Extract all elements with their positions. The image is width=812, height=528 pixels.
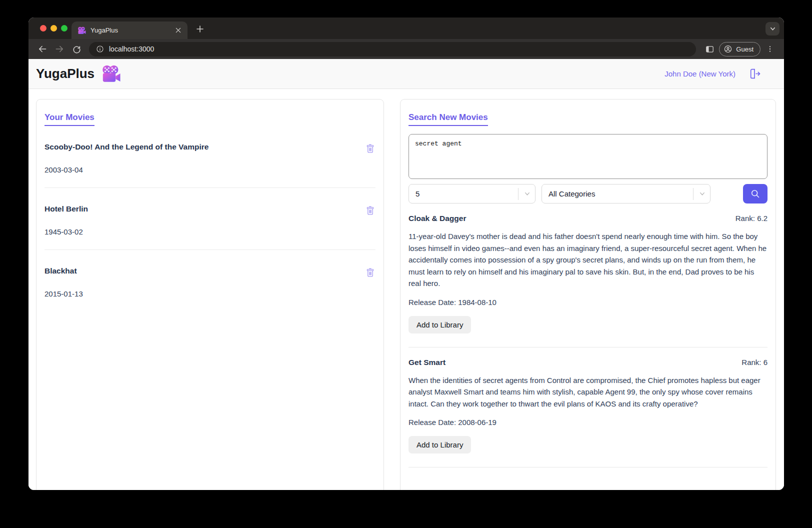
search-icon bbox=[750, 188, 760, 199]
your-movies-card: Your Movies Scooby-Doo! And the Legend o… bbox=[36, 99, 384, 490]
address-bar-url: localhost:3000 bbox=[109, 45, 154, 53]
browser-menu-button[interactable] bbox=[762, 42, 778, 56]
tab-list-chevron-button[interactable] bbox=[766, 22, 780, 36]
result-limit-value: 5 bbox=[416, 190, 420, 198]
desktop-background: YugaPlus bbox=[0, 0, 812, 528]
movie-release-date: 1945-03-02 bbox=[44, 228, 88, 236]
movie-list: Scooby-Doo! And the Legend of the Vampir… bbox=[44, 126, 376, 312]
rank-value: 6.2 bbox=[757, 214, 768, 222]
forward-icon bbox=[54, 44, 64, 54]
delete-movie-button[interactable] bbox=[365, 143, 376, 154]
address-bar[interactable]: localhost:3000 bbox=[89, 42, 696, 56]
release-date-label: Release Date: bbox=[408, 298, 456, 306]
your-movies-heading: Your Movies bbox=[44, 112, 94, 126]
movie-row: Blackhat 2015-01-13 bbox=[44, 250, 376, 312]
add-to-library-button[interactable]: Add to Library bbox=[408, 436, 471, 454]
rank-label: Rank: bbox=[742, 358, 761, 366]
browser-window: YugaPlus bbox=[28, 18, 784, 490]
forward-button[interactable] bbox=[52, 42, 67, 56]
category-select[interactable]: All Categories bbox=[542, 184, 710, 204]
window-controls bbox=[40, 25, 68, 32]
side-panel-button[interactable] bbox=[702, 42, 717, 56]
delete-movie-button[interactable] bbox=[365, 205, 376, 216]
side-panel-icon bbox=[705, 44, 714, 54]
movie-info: Blackhat 2015-01-13 bbox=[44, 266, 83, 298]
logout-button[interactable] bbox=[748, 68, 761, 80]
search-result: Get Smart Rank: 6 When the identities of… bbox=[408, 348, 768, 468]
movie-row: Scooby-Doo! And the Legend of the Vampir… bbox=[44, 126, 376, 188]
movie-release-date: 2015-01-13 bbox=[44, 290, 83, 298]
logout-icon bbox=[748, 68, 761, 80]
person-icon bbox=[724, 44, 732, 54]
result-header: Get Smart Rank: 6 bbox=[408, 358, 768, 367]
site-header: YugaPlus bbox=[28, 59, 784, 89]
browser-toolbar: localhost:3000 Guest bbox=[28, 39, 784, 59]
info-icon bbox=[96, 45, 104, 53]
movie-release-date: 2003-03-04 bbox=[44, 166, 208, 174]
brand: YugaPlus bbox=[36, 64, 121, 83]
result-description: 11-year-old Davey's mother is dead and h… bbox=[408, 230, 768, 290]
trash-icon bbox=[365, 143, 376, 154]
rank-label: Rank: bbox=[736, 214, 755, 222]
profile-label: Guest bbox=[736, 46, 754, 53]
user-name-link[interactable]: John Doe (New York) bbox=[664, 70, 736, 78]
release-date-label: Release Date: bbox=[408, 418, 456, 426]
add-to-library-button[interactable]: Add to Library bbox=[408, 316, 471, 334]
search-heading: Search New Movies bbox=[408, 112, 488, 126]
result-title: Get Smart bbox=[408, 358, 446, 367]
release-date-value: 2008-06-19 bbox=[458, 418, 496, 426]
movie-title: Scooby-Doo! And the Legend of the Vampir… bbox=[44, 142, 208, 152]
main-content: Your Movies Scooby-Doo! And the Legend o… bbox=[28, 89, 784, 490]
delete-movie-button[interactable] bbox=[365, 267, 376, 278]
result-header: Cloak & Dagger Rank: 6.2 bbox=[408, 214, 768, 223]
rank-value: 6 bbox=[764, 358, 768, 366]
tab-close-icon[interactable] bbox=[174, 26, 182, 35]
search-button[interactable] bbox=[743, 184, 768, 204]
back-button[interactable] bbox=[35, 42, 50, 56]
reload-icon bbox=[72, 44, 82, 54]
page: YugaPlus bbox=[28, 59, 784, 490]
tab-favicon-movie-camera-icon bbox=[78, 26, 86, 34]
movie-title: Hotel Berlin bbox=[44, 204, 88, 214]
result-rank: Rank: 6 bbox=[742, 358, 768, 366]
close-window-button[interactable] bbox=[40, 25, 46, 32]
brand-title: YugaPlus bbox=[36, 66, 94, 82]
search-movies-card: Search New Movies secret agent 5 All Cat… bbox=[400, 99, 776, 490]
reload-button[interactable] bbox=[69, 42, 84, 56]
result-release-date: Release Date: 2008-06-19 bbox=[408, 418, 768, 426]
trash-icon bbox=[365, 205, 376, 216]
trash-icon bbox=[365, 267, 376, 278]
search-controls: 5 All Categories bbox=[408, 184, 768, 204]
minimize-window-button[interactable] bbox=[50, 25, 57, 32]
movie-info: Hotel Berlin 1945-03-02 bbox=[44, 204, 88, 236]
back-icon bbox=[38, 44, 48, 54]
result-limit-select[interactable]: 5 bbox=[408, 184, 536, 204]
chevron-down-icon bbox=[518, 188, 535, 200]
search-results: Cloak & Dagger Rank: 6.2 11-year-old Dav… bbox=[408, 204, 768, 468]
user-area: John Doe (New York) bbox=[664, 68, 761, 80]
result-release-date: Release Date: 1984-08-10 bbox=[408, 298, 768, 306]
chevron-down-icon bbox=[693, 188, 710, 200]
search-result: Cloak & Dagger Rank: 6.2 11-year-old Dav… bbox=[408, 204, 768, 348]
movie-row: Hotel Berlin 1945-03-02 bbox=[44, 188, 376, 250]
result-title: Cloak & Dagger bbox=[408, 214, 466, 223]
browser-tab-strip: YugaPlus bbox=[28, 18, 784, 39]
zoom-window-button[interactable] bbox=[61, 25, 68, 32]
movie-title: Blackhat bbox=[44, 266, 83, 276]
search-query-input[interactable]: secret agent bbox=[408, 134, 768, 179]
tab-title: YugaPlus bbox=[90, 26, 169, 34]
release-date-value: 1984-08-10 bbox=[458, 298, 496, 306]
browser-tab[interactable]: YugaPlus bbox=[72, 22, 188, 39]
category-value: All Categories bbox=[548, 190, 595, 198]
result-description: When the identities of secret agents fro… bbox=[408, 374, 768, 410]
kebab-menu-icon bbox=[766, 45, 774, 53]
movie-info: Scooby-Doo! And the Legend of the Vampir… bbox=[44, 142, 208, 174]
new-tab-button[interactable] bbox=[194, 24, 206, 34]
movie-camera-icon bbox=[101, 64, 121, 83]
profile-button[interactable]: Guest bbox=[719, 42, 760, 56]
result-rank: Rank: 6.2 bbox=[736, 214, 768, 222]
